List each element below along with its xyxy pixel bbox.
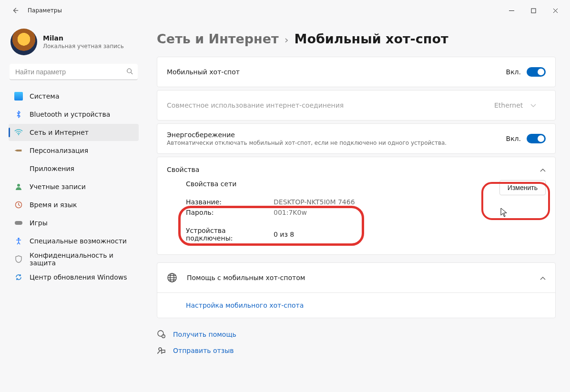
- profile[interactable]: Milan Локальная учетная запись: [9, 26, 139, 64]
- props-dev-value: 0 из 8: [274, 231, 294, 238]
- svg-point-12: [159, 348, 162, 351]
- wifi-icon: [14, 128, 23, 137]
- kv-name: Название: DESKTOP-NKT5I0M 7466: [186, 198, 546, 206]
- props-section: Свойства сети: [186, 180, 236, 188]
- help-link[interactable]: Настройка мобильного хот-спота: [157, 293, 555, 318]
- search-input[interactable]: [10, 64, 138, 80]
- breadcrumb-sep-icon: ›: [285, 34, 289, 46]
- profile-sub: Локальная учетная запись: [43, 43, 124, 50]
- nav: Система Bluetooth и устройства Сеть и Ин…: [9, 88, 139, 286]
- power-sub: Автоматически отключать мобильный хот-сп…: [167, 140, 499, 146]
- back-button[interactable]: [10, 5, 21, 16]
- props-dev-key: Устройства подключены:: [186, 227, 274, 242]
- search: [10, 64, 138, 80]
- get-help-link[interactable]: ? Получить помощь: [157, 330, 556, 339]
- sidebar-item-label: Игры: [30, 219, 48, 227]
- props-name-value: DESKTOP-NKT5I0M 7466: [274, 198, 355, 206]
- help-title: Помощь с мобильным хот-спотом: [187, 274, 530, 281]
- sidebar-item-apps[interactable]: Приложения: [9, 160, 139, 177]
- profile-name: Milan: [43, 34, 124, 42]
- get-help-label: Получить помощь: [173, 331, 236, 338]
- power-title: Энергосбережение: [167, 131, 499, 139]
- sidebar-item-bluetooth[interactable]: Bluetooth и устройства: [9, 106, 139, 123]
- sidebar-item-label: Система: [30, 92, 59, 100]
- svg-point-1: [127, 69, 132, 73]
- sidebar-item-label: Специальные возможности: [30, 237, 127, 245]
- help-icon: ?: [157, 330, 166, 339]
- window-close[interactable]: [544, 3, 566, 18]
- chevron-up-icon[interactable]: [540, 274, 546, 281]
- svg-point-3: [17, 184, 20, 187]
- sidebar-item-system[interactable]: Система: [9, 88, 139, 105]
- sidebar-item-accessibility[interactable]: Специальные возможности: [9, 232, 139, 250]
- card-properties: Свойства Свойства сети Изменить Название…: [157, 157, 556, 255]
- breadcrumb: Сеть и Интернет › Мобильный хот-спот: [157, 31, 556, 46]
- share-value: Ethernet: [494, 101, 523, 109]
- sidebar-item-update[interactable]: Центр обновления Windows: [9, 269, 139, 286]
- window-minimize[interactable]: [500, 3, 522, 18]
- props-name-key: Название:: [186, 198, 274, 206]
- feedback-icon: [157, 346, 166, 355]
- props-pass-key: Пароль:: [186, 209, 274, 216]
- sidebar-item-label: Конфиденциальность и защита: [30, 251, 133, 267]
- sidebar-item-time[interactable]: Время и язык: [9, 196, 139, 213]
- edit-button[interactable]: Изменить: [499, 180, 546, 195]
- bluetooth-icon: [14, 110, 23, 119]
- props-header: Свойства: [167, 166, 199, 173]
- globe-icon: [167, 272, 177, 283]
- content: Сеть и Интернет › Мобильный хот-спот Моб…: [145, 21, 570, 392]
- accounts-icon: [14, 182, 23, 191]
- titlebar: Параметры: [0, 0, 570, 21]
- sidebar-item-label: Bluetooth и устройства: [30, 111, 110, 118]
- sidebar-item-label: Учетные записи: [30, 183, 86, 191]
- gaming-icon: [14, 219, 23, 227]
- update-icon: [14, 273, 23, 281]
- apps-icon: [14, 164, 23, 173]
- window-maximize[interactable]: [522, 3, 544, 18]
- breadcrumb-parent[interactable]: Сеть и Интернет: [157, 31, 279, 46]
- share-select: Ethernet: [489, 98, 546, 113]
- brush-icon: [12, 144, 24, 156]
- sidebar-item-gaming[interactable]: Игры: [9, 214, 139, 231]
- window-title: Параметры: [28, 7, 62, 14]
- props-pass-value: 001:7K0w: [274, 209, 307, 216]
- sidebar-item-label: Время и язык: [30, 201, 77, 209]
- globe-time-icon: [14, 201, 23, 209]
- sidebar-item-network[interactable]: Сеть и Интернет: [9, 124, 139, 141]
- shield-icon: [14, 255, 23, 263]
- sidebar-item-label: Приложения: [30, 165, 74, 172]
- page-title: Мобильный хот-спот: [295, 31, 448, 46]
- bottom-links: ? Получить помощь Отправить отзыв: [157, 330, 556, 355]
- back-arrow-icon: [12, 7, 19, 14]
- svg-point-6: [18, 238, 20, 240]
- sidebar-item-label: Сеть и Интернет: [30, 129, 89, 136]
- svg-point-2: [18, 134, 19, 135]
- power-state: Вкл.: [506, 135, 521, 142]
- power-toggle[interactable]: [527, 134, 546, 143]
- card-power: Энергосбережение Автоматически отключать…: [157, 123, 556, 154]
- sidebar-item-label: Персонализация: [30, 147, 88, 154]
- share-title: Совместное использование интернет-соедин…: [167, 101, 481, 109]
- sidebar-item-personalization[interactable]: Персонализация: [9, 142, 139, 159]
- card-help: Помощь с мобильным хот-спотом Настройка …: [157, 262, 556, 318]
- chevron-down-icon: [530, 101, 536, 109]
- accessibility-icon: [14, 237, 23, 245]
- card-hotspot: Мобильный хот-спот Вкл.: [157, 57, 556, 87]
- system-icon: [14, 92, 23, 101]
- hotspot-state: Вкл.: [506, 68, 521, 76]
- avatar: [10, 29, 37, 55]
- search-icon: [126, 68, 133, 76]
- hotspot-toggle[interactable]: [527, 67, 546, 77]
- sidebar-item-label: Центр обновления Windows: [30, 273, 127, 281]
- sidebar: Milan Локальная учетная запись Система B…: [0, 21, 145, 392]
- kv-devices: Устройства подключены: 0 из 8: [186, 227, 546, 242]
- sidebar-item-accounts[interactable]: Учетные записи: [9, 178, 139, 195]
- feedback-link[interactable]: Отправить отзыв: [157, 346, 556, 355]
- kv-password: Пароль: 001:7K0w: [186, 209, 546, 216]
- card-share: Совместное использование интернет-соедин…: [157, 90, 556, 121]
- svg-text:?: ?: [163, 335, 164, 338]
- sidebar-item-privacy[interactable]: Конфиденциальность и защита: [9, 251, 139, 268]
- svg-rect-0: [531, 9, 536, 13]
- chevron-up-icon[interactable]: [540, 166, 546, 173]
- feedback-label: Отправить отзыв: [173, 347, 234, 354]
